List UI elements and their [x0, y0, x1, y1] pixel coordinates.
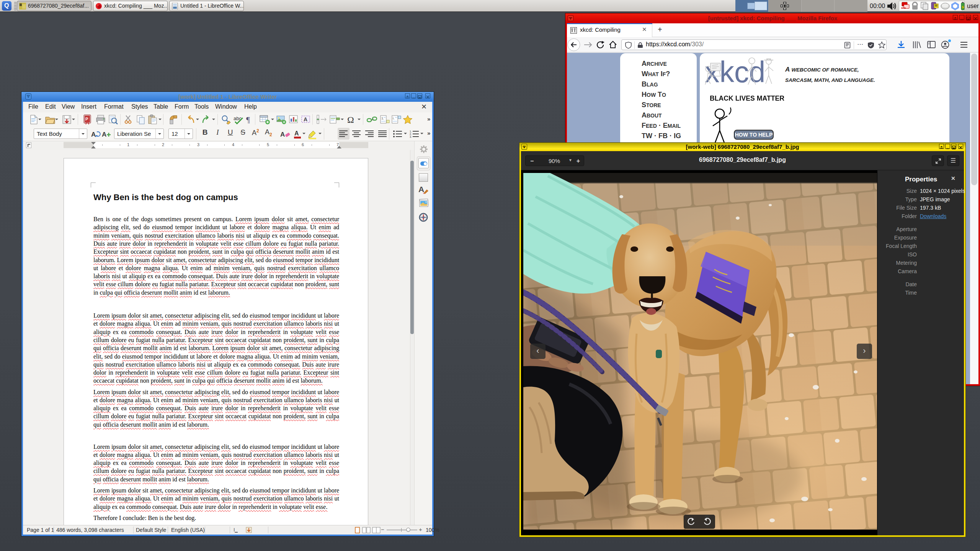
- svg-text:3.: 3.: [410, 135, 412, 138]
- svg-text:¶: ¶: [246, 115, 250, 124]
- svg-text:1.: 1.: [381, 116, 384, 120]
- svg-text:1.: 1.: [410, 130, 412, 133]
- svg-text:A: A: [102, 131, 106, 138]
- svg-text:A: A: [304, 116, 307, 122]
- svg-text:Ω: Ω: [347, 115, 354, 125]
- svg-text:i.: i.: [393, 116, 395, 120]
- svg-text:A: A: [280, 131, 285, 138]
- svg-text:A: A: [294, 130, 299, 137]
- svg-text:P: P: [85, 117, 88, 121]
- svg-text:A: A: [91, 131, 96, 138]
- svg-text:2.: 2.: [410, 133, 412, 135]
